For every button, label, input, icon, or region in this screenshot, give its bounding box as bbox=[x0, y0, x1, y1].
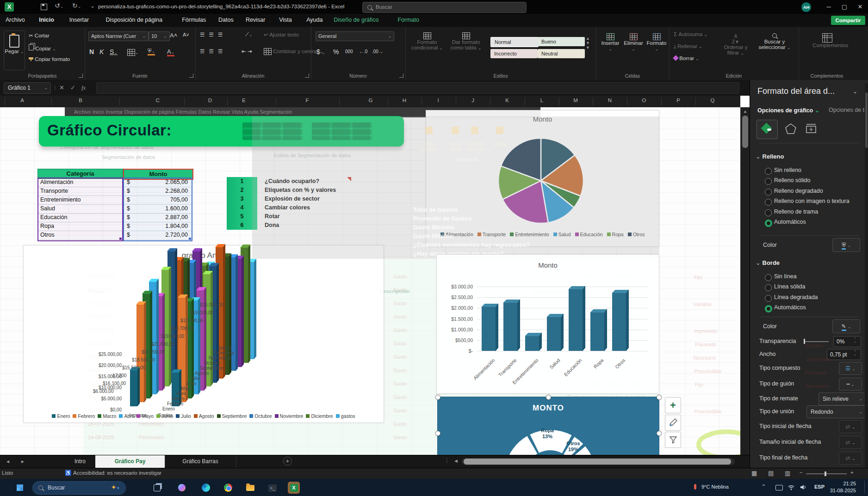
column-header-B[interactable]: B bbox=[79, 98, 82, 103]
transparency-slider[interactable] bbox=[805, 341, 829, 342]
close-button[interactable]: ✕ bbox=[852, 0, 868, 14]
copilot-button[interactable] bbox=[176, 482, 188, 494]
excel-taskbar-button[interactable]: X bbox=[288, 482, 300, 494]
zoom-out-icon[interactable]: − bbox=[800, 470, 803, 475]
sheet-prev-icon[interactable]: ◂ bbox=[6, 458, 9, 465]
increase-decimal-button[interactable]: ←.0 bbox=[359, 49, 367, 54]
selection-handle[interactable] bbox=[435, 395, 440, 400]
radio-autom-ticos[interactable] bbox=[765, 220, 772, 227]
formula-input[interactable] bbox=[96, 82, 739, 94]
menu-tab-insertar[interactable]: Insertar bbox=[65, 14, 93, 27]
sheet-canvas[interactable]: Archivo Inicio Insertar Disposición de p… bbox=[0, 107, 740, 455]
percent-button[interactable]: % bbox=[333, 48, 339, 55]
menu-tab-datos[interactable]: Datos bbox=[214, 14, 238, 27]
delete-cells-button[interactable]: Eliminar⌄ bbox=[623, 33, 644, 51]
transparency-value[interactable]: 0% bbox=[833, 336, 861, 347]
selection-handle[interactable] bbox=[435, 431, 440, 436]
italic-button[interactable]: K bbox=[99, 48, 104, 55]
column-header-I[interactable]: I bbox=[437, 98, 439, 103]
add-sheet-icon[interactable]: + bbox=[283, 457, 292, 465]
increase-font-icon[interactable]: A˄ bbox=[170, 32, 177, 39]
cell-categoria-1[interactable]: Transporte bbox=[38, 187, 124, 196]
conditional-formatting-button[interactable]: Formato condicional ⌄ bbox=[410, 32, 444, 50]
donut-segment[interactable] bbox=[515, 445, 532, 455]
vertical-scrollbar[interactable]: ▲ bbox=[740, 107, 750, 455]
language-indicator[interactable]: ESP bbox=[814, 484, 825, 490]
clear-button[interactable]: Borrar ⌄ bbox=[674, 55, 699, 61]
radio-relleno-degradado[interactable] bbox=[765, 189, 772, 196]
dropdown-tipo-de-remate[interactable]: Sin relieve ⌄ bbox=[818, 392, 866, 405]
tab-chart-options[interactable]: Opciones de gráfico ⌄ bbox=[757, 107, 819, 114]
dropdown-tama-o-inicial-de-flecha[interactable]: ⇄ ⌄ bbox=[839, 436, 862, 449]
bold-button[interactable]: N bbox=[89, 48, 94, 55]
column-header-G[interactable]: G bbox=[369, 98, 373, 103]
dropdown-tipo-de-gui-n[interactable]: ┅ ⌄ bbox=[839, 378, 862, 391]
taskbar-search[interactable]: Buscar ✦✦ bbox=[32, 481, 126, 495]
dropdown-tipo-de-uni-n[interactable]: Redondo ⌄ bbox=[806, 405, 866, 418]
cell-monto-0[interactable]: $2.065,00 bbox=[124, 178, 192, 187]
fx-icon[interactable]: fx bbox=[81, 84, 86, 92]
maximize-button[interactable]: ▢ bbox=[837, 0, 852, 14]
hscroll-thumb[interactable] bbox=[464, 459, 731, 465]
addins-button[interactable]: Complementos bbox=[812, 33, 842, 48]
zoom-slider[interactable] bbox=[806, 473, 847, 474]
style-normal[interactable]: Normal bbox=[490, 37, 539, 47]
chart-add-element-button[interactable]: + bbox=[665, 397, 681, 413]
pane-collapse-icon[interactable]: ⌄ bbox=[853, 88, 857, 95]
bar-Otros[interactable] bbox=[612, 293, 626, 351]
page-layout-view-icon[interactable]: ▤ bbox=[768, 470, 774, 477]
border-color-button[interactable]: ✎ ⌄ bbox=[832, 319, 860, 333]
decrease-decimal-button[interactable]: .00→ bbox=[372, 49, 383, 54]
style-bueno[interactable]: Bueno bbox=[538, 37, 585, 46]
sheet-tab-gr-fico-pay[interactable]: Gráfico Pay bbox=[95, 455, 165, 469]
name-box[interactable]: Gráfico 1⌄ bbox=[4, 82, 51, 94]
chart-style-button[interactable] bbox=[665, 415, 681, 431]
borders-button[interactable]: ⌄ bbox=[127, 49, 139, 56]
save-icon[interactable] bbox=[41, 4, 47, 10]
effects-pentagon-icon[interactable] bbox=[784, 122, 797, 135]
bar-Educación[interactable] bbox=[569, 289, 583, 351]
clipboard-dialog-launcher[interactable] bbox=[79, 73, 83, 78]
tabs-splitter-icon[interactable]: ⋮ bbox=[444, 457, 450, 464]
cut-button[interactable]: ✂ Cortar bbox=[29, 32, 50, 39]
normal-view-icon[interactable]: ▦ bbox=[751, 470, 757, 477]
minimize-button[interactable]: ─ bbox=[821, 0, 837, 14]
menu-tab-f-rmulas[interactable]: Fórmulas bbox=[177, 14, 211, 27]
indent-icons[interactable]: ⇤ ⇥ bbox=[242, 48, 252, 55]
chart-filter-button[interactable] bbox=[665, 432, 681, 448]
tray-expand-icon[interactable]: ⌃ bbox=[762, 484, 766, 490]
show-desktop-button[interactable] bbox=[864, 481, 865, 494]
dropdown-tipo-inicial-de-flecha[interactable]: ⇄ ⌄ bbox=[839, 420, 862, 433]
font-color-button[interactable]: A⌄ bbox=[167, 48, 174, 56]
font-dialog-launcher[interactable] bbox=[189, 73, 193, 78]
vscroll-thumb[interactable] bbox=[742, 116, 748, 148]
column-headers[interactable]: ABCDEFGHIJKLMNOPQ bbox=[0, 96, 740, 108]
column-header-N[interactable]: N bbox=[608, 98, 612, 103]
selection-handle[interactable] bbox=[657, 431, 662, 436]
cell-monto-2[interactable]: $705,00 bbox=[124, 196, 192, 205]
redo-icon[interactable]: ↻⌄ bbox=[72, 2, 81, 9]
column-header-M[interactable]: M bbox=[573, 98, 578, 103]
column-header-K[interactable]: K bbox=[505, 98, 509, 103]
column-header-F[interactable]: F bbox=[305, 98, 309, 103]
column-header-J[interactable]: J bbox=[471, 98, 474, 103]
font-name-select[interactable]: Aptos Narrow (Cuer⌄ bbox=[88, 31, 149, 41]
width-value[interactable]: 0,75 pt bbox=[827, 349, 861, 360]
tab-text-options[interactable]: Opciones de tex bbox=[829, 107, 868, 113]
bar-Transporte[interactable] bbox=[503, 302, 517, 351]
sheet-tab-intro[interactable]: Intro bbox=[65, 455, 96, 468]
menu-tab-inicio[interactable]: Inicio bbox=[34, 14, 59, 28]
share-button[interactable]: Compartir bbox=[831, 16, 865, 25]
volume-icon[interactable] bbox=[800, 484, 807, 490]
wrap-text-button[interactable]: ↩ Ajustar texto bbox=[264, 31, 299, 38]
fill-line-icon-selected[interactable] bbox=[756, 120, 778, 139]
page-break-view-icon[interactable]: ▥ bbox=[785, 470, 790, 477]
style-neutral[interactable]: Neutral bbox=[538, 49, 585, 58]
menu-tab-disposici-n-de-p-gina[interactable]: Disposición de página bbox=[101, 14, 167, 27]
undo-icon[interactable]: ↺⌄ bbox=[55, 2, 63, 9]
cell-monto-4[interactable]: $2.887,00 bbox=[124, 213, 192, 222]
copy-button[interactable]: Copiar ⌄ bbox=[29, 44, 56, 51]
cell-categoria-4[interactable]: Educación bbox=[38, 213, 124, 222]
underline-button[interactable]: S⌄ bbox=[110, 48, 118, 55]
column-header-A[interactable]: A bbox=[20, 98, 24, 103]
